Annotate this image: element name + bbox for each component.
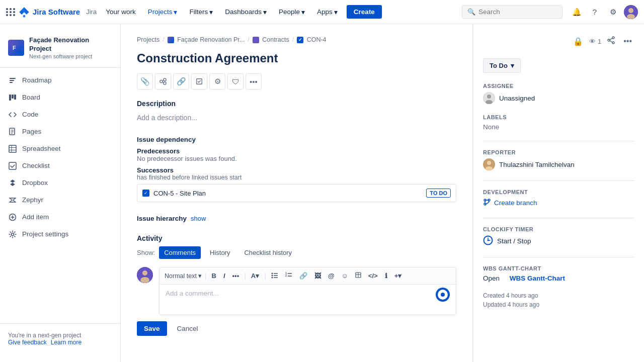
bold-button[interactable]: B <box>210 271 218 281</box>
sidebar-item-checklist-label: Checklist <box>22 162 50 169</box>
sidebar-item-dropbox[interactable]: Dropbox <box>0 174 120 192</box>
sidebar-item-pages-label: Pages <box>22 128 41 135</box>
labels-value[interactable]: None <box>483 123 634 131</box>
sidebar-item-roadmap[interactable]: Roadmap <box>0 72 120 89</box>
comment-toolbar: Normal text ▾ | B I ••• | A▾ | <box>159 267 456 285</box>
checklist-button[interactable] <box>191 73 207 89</box>
sidebar-item-spreadsheet[interactable]: Spreadsheet <box>0 140 120 157</box>
watcher-button[interactable]: 👁 1 <box>589 38 601 45</box>
sidebar-item-project-settings[interactable]: Project settings <box>0 226 120 243</box>
link-button[interactable]: 🔗 <box>297 271 309 281</box>
sidebar-item-board-label: Board <box>22 94 40 101</box>
status-chevron-icon: ▾ <box>511 62 514 69</box>
shield-button[interactable]: 🛡 <box>227 73 244 89</box>
predecessors-label: Predecessors <box>137 147 456 155</box>
breadcrumb-issue-id[interactable]: ✓ CON-4 <box>297 36 326 43</box>
search-input[interactable] <box>478 8 549 16</box>
activity-section: Activity Show: Comments History Checklis… <box>137 234 456 336</box>
app-title: Jira Software <box>33 8 80 16</box>
panel-divider-4 <box>483 257 634 257</box>
linked-issue-item[interactable]: ✓ CON-5 - Site Plan TO DO <box>137 184 456 202</box>
help-button[interactable]: ? <box>588 5 602 19</box>
mention-button[interactable]: @ <box>326 271 337 281</box>
status-button[interactable]: To Do ▾ <box>483 58 521 73</box>
text-format-select[interactable]: Normal text ▾ <box>165 272 202 280</box>
link-tree-button[interactable] <box>155 73 171 89</box>
settings-button[interactable]: ⚙ <box>606 5 620 19</box>
create-button[interactable]: Create <box>347 5 382 19</box>
save-button[interactable]: Save <box>137 321 167 336</box>
tab-history[interactable]: History <box>205 246 235 259</box>
wbs-label: WBS Gantt-Chart <box>483 265 634 272</box>
breadcrumb-contracts[interactable]: Contracts <box>253 36 289 43</box>
italic-button[interactable]: I <box>221 271 227 281</box>
checklist-icon <box>8 161 17 170</box>
clockify-action[interactable]: Start / Stop <box>483 235 634 247</box>
sidebar-item-add[interactable]: Add item <box>0 209 120 226</box>
more-options-button[interactable]: ••• <box>621 35 634 48</box>
reporter-avatar <box>483 158 495 170</box>
svg-rect-8 <box>10 82 13 83</box>
app-logo[interactable]: Jira Software <box>6 7 80 18</box>
svg-line-29 <box>163 82 164 83</box>
learn-more-link[interactable]: Learn more <box>51 339 82 346</box>
numbered-list-button[interactable]: 1.2. <box>283 270 294 281</box>
wbs-gantt-link[interactable]: WBS Gantt-Chart <box>510 275 565 282</box>
sidebar-item-code[interactable]: Code <box>0 106 120 123</box>
give-feedback-link[interactable]: Give feedback <box>8 339 47 346</box>
svg-text:2.: 2. <box>285 274 288 277</box>
linked-issue-badge: TO DO <box>426 189 451 198</box>
sidebar-item-pages[interactable]: Pages <box>0 123 120 140</box>
search-box[interactable]: 🔍 <box>462 5 562 19</box>
info-button[interactable]: ℹ <box>383 271 389 281</box>
attach-button[interactable]: 📎 <box>137 73 153 89</box>
table-button[interactable] <box>353 271 363 281</box>
nav-apps[interactable]: Apps ▾ <box>312 5 343 19</box>
reporter-label: Reporter <box>483 149 634 155</box>
code-button[interactable]: </> <box>366 271 380 281</box>
board-icon <box>8 93 17 102</box>
share-button[interactable] <box>605 34 617 48</box>
sidebar-item-zephyr[interactable]: Zephyr <box>0 192 120 209</box>
sidebar-item-project-settings-label: Project settings <box>22 230 68 238</box>
description-input[interactable]: Add a description... <box>137 112 456 124</box>
nav-dashboards[interactable]: Dashboards ▾ <box>220 5 272 19</box>
breadcrumb-project-name[interactable]: Façade Renovation Pr... <box>168 36 245 43</box>
sidebar-item-board[interactable]: Board <box>0 89 120 106</box>
create-branch-link[interactable]: Create branch <box>483 198 634 208</box>
more-format-button[interactable]: ••• <box>230 271 242 281</box>
issue-title: Construction Agreement <box>137 51 456 65</box>
nav-people[interactable]: People ▾ <box>274 5 310 19</box>
sidebar-item-code-label: Code <box>22 111 38 118</box>
tab-comments[interactable]: Comments <box>159 246 201 259</box>
plus-format-button[interactable]: +▾ <box>392 271 404 281</box>
image-button[interactable]: 🖼 <box>312 271 323 281</box>
code-icon <box>8 110 17 119</box>
lock-icon[interactable]: 🔒 <box>571 35 585 48</box>
cancel-button[interactable]: Cancel <box>172 321 203 336</box>
notifications-button[interactable]: 🔔 <box>570 5 584 19</box>
sidebar-project[interactable]: F Façade Renovation Project Next-gen sof… <box>0 32 120 68</box>
grid-icon[interactable] <box>6 8 16 16</box>
assignee-value[interactable]: Unassigned <box>483 92 634 104</box>
nav-filters[interactable]: Filters ▾ <box>184 5 218 19</box>
svg-point-24 <box>12 233 14 235</box>
comment-input[interactable]: Add a comment... <box>159 285 456 315</box>
nav-projects[interactable]: Projects ▾ <box>143 5 183 19</box>
gear-button[interactable]: ⚙ <box>209 73 225 89</box>
reporter-value[interactable]: Thulazshini Tamilchelvan <box>483 158 634 170</box>
emoji-button[interactable]: ☺ <box>340 271 350 281</box>
svg-point-64 <box>488 240 489 241</box>
nav-your-work[interactable]: Your work <box>101 5 141 19</box>
apps-chevron-icon: ▾ <box>334 8 338 16</box>
svg-point-49 <box>612 42 614 44</box>
bullet-list-button[interactable] <box>269 270 280 281</box>
hierarchy-show-link[interactable]: show <box>191 215 206 222</box>
user-avatar[interactable] <box>624 5 638 19</box>
sidebar-item-checklist[interactable]: Checklist <box>0 157 120 174</box>
text-color-button[interactable]: A▾ <box>249 271 261 281</box>
copy-link-button[interactable]: 🔗 <box>173 73 189 89</box>
breadcrumb-projects[interactable]: Projects <box>137 36 159 43</box>
tab-checklist-history[interactable]: Checklist history <box>239 246 297 259</box>
more-button[interactable]: ••• <box>246 73 262 89</box>
